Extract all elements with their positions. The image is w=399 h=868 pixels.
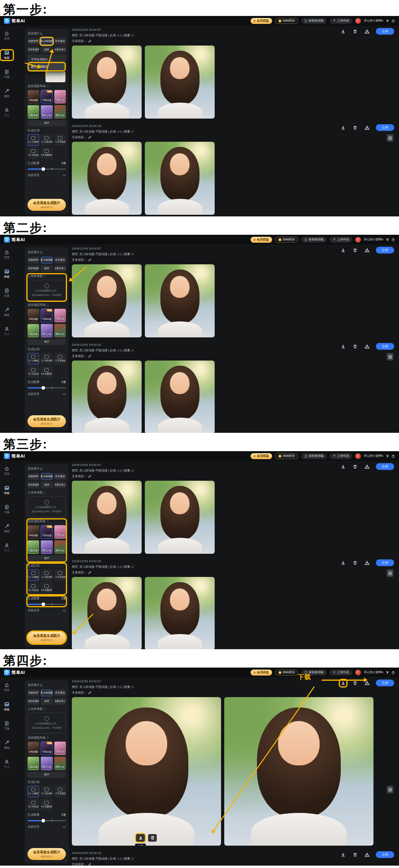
ratio-1-2[interactable]: 1:2 手机屏幕 <box>41 569 52 581</box>
ratio-16-9[interactable]: 16:9 电脑壁纸 <box>41 366 52 378</box>
report-button[interactable] <box>364 125 370 131</box>
feedback-button[interactable] <box>387 569 393 577</box>
generate-button[interactable]: 会员高速生成图片 (每张2积分) <box>28 199 66 211</box>
upload-work-button[interactable]: 上传作品 <box>330 237 352 243</box>
ratio-1-1[interactable]: 1:1 头像图 <box>28 569 39 581</box>
ratio-4-3[interactable]: 4:3 文章配图 <box>54 353 66 365</box>
generate-button[interactable]: 会员高速生成图片 (每张2积分) <box>28 632 66 644</box>
tab-ecommerce[interactable]: 电商 <box>41 482 52 488</box>
expand-button[interactable]: 展开 <box>28 339 66 345</box>
count-slider[interactable] <box>28 167 66 171</box>
sidebar-item-home[interactable]: 首页 <box>1 250 13 260</box>
download-button[interactable] <box>340 852 346 858</box>
tab-anime-to-real[interactable]: 动漫转真人 <box>54 482 66 488</box>
publish-button[interactable]: 公开 <box>376 124 394 131</box>
count-slider[interactable] <box>28 818 66 822</box>
avatar[interactable] <box>355 18 361 24</box>
style-card-cute-girl[interactable]: 可爱少女 <box>54 309 66 322</box>
upload-work-button[interactable]: 上传作品 <box>330 670 352 676</box>
download-button[interactable] <box>340 28 346 35</box>
member-benefits-button[interactable]: V 会员权益 <box>251 453 272 459</box>
slider-handle[interactable] <box>41 602 45 606</box>
style-card-chibi-avatar[interactable]: Q版头像 <box>28 324 39 337</box>
sidebar-item-profile[interactable]: 个人 <box>1 327 13 336</box>
ratio-1-2[interactable]: 1:2 手机屏幕 <box>41 786 52 797</box>
ratio-4-3[interactable]: 4:3 文章配图 <box>54 134 66 146</box>
tab-selfie-experience[interactable]: 自拍体验图 <box>28 698 39 705</box>
tab-anime-to-real[interactable]: 动漫转真人 <box>54 698 66 705</box>
sidebar-item-profile[interactable]: 个人 <box>1 543 13 553</box>
style-card-dreamy-girl[interactable]: 梦幻少女 <box>41 324 52 337</box>
delete-button[interactable] <box>352 343 358 350</box>
style-card-ai-face[interactable]: AI绘画脸 <box>28 741 39 755</box>
user-menu-chevron-icon[interactable]: V <box>386 238 389 242</box>
generated-image-4[interactable] <box>145 142 215 215</box>
style-card-cute-girl[interactable]: 可爱少女 <box>54 741 66 755</box>
sidebar-item-draw[interactable]: 绘图 <box>1 269 13 279</box>
publish-button[interactable]: 公开 <box>376 463 394 470</box>
sidebar-item-draw[interactable]: 绘图 <box>1 486 13 495</box>
advanced-settings-row[interactable]: 高级设置 <box>28 608 66 612</box>
try-mobile-button[interactable]: 体验移动端 <box>301 453 327 459</box>
sidebar-item-copywriting[interactable]: 文案 <box>1 288 13 298</box>
edit-pencil-icon[interactable] <box>88 258 91 262</box>
publish-button[interactable]: 公开 <box>376 343 394 350</box>
generated-image-3[interactable] <box>72 361 142 433</box>
edit-pencil-icon[interactable] <box>88 475 91 478</box>
dropdown-item-text-to-image[interactable]: 文字生成图片 <box>29 56 65 63</box>
feedback-button[interactable] <box>387 134 393 142</box>
sidebar-item-retouch[interactable]: 修图 <box>1 524 13 533</box>
style-card-ai-face[interactable]: AI绘画脸 <box>28 309 39 322</box>
generate-button[interactable]: 会员高速生成图片 (每张2积分) <box>28 415 66 427</box>
tab-smart-recommend[interactable]: 智能推荐 <box>28 473 39 480</box>
sidebar-item-draw[interactable]: 绘图 <box>1 702 13 711</box>
report-button[interactable] <box>364 560 370 566</box>
download-button[interactable] <box>340 247 346 254</box>
advanced-settings-row[interactable]: 高级设置 <box>28 825 66 829</box>
delete-button[interactable] <box>352 464 358 470</box>
style-card-guofeng-girl[interactable]: 国风少女 <box>54 540 66 554</box>
download-button[interactable] <box>340 125 346 131</box>
ratio-1-1[interactable]: 1:1 头像图 <box>28 134 39 146</box>
sidebar-item-draw[interactable]: 绘图 <box>1 50 13 60</box>
sidebar-item-retouch[interactable]: 修图 <box>1 89 13 98</box>
expand-button[interactable]: 展开 <box>28 555 66 561</box>
tab-selfie-experience[interactable]: 自拍体验图 <box>28 46 39 53</box>
member-benefits-button[interactable]: V 会员权益 <box>251 670 272 676</box>
sidebar-item-copywriting[interactable]: 文案 <box>1 721 13 731</box>
style-card-ai-face[interactable]: AI绘画脸 <box>28 90 39 103</box>
tab-ecommerce[interactable]: 电商 <box>41 265 52 272</box>
points-button[interactable]: 2686积分 <box>275 453 299 459</box>
generated-image-2[interactable] <box>224 697 373 846</box>
edit-pencil-icon[interactable] <box>88 691 91 694</box>
report-button[interactable] <box>364 852 370 858</box>
tab-real-to-anime[interactable]: 真人转动漫 <box>41 257 52 264</box>
generated-image-1[interactable]: 下载 <box>72 264 142 337</box>
tab-anime-to-real[interactable]: 动漫转真人 <box>54 46 66 53</box>
ratio-9-16[interactable]: 9:16 手机海报 <box>28 366 39 378</box>
generated-image-1[interactable]: 下载 <box>72 46 142 119</box>
count-slider[interactable] <box>28 386 66 390</box>
edit-pencil-icon[interactable] <box>88 40 91 43</box>
style-card-ai-face[interactable]: AI绘画脸 <box>28 525 39 539</box>
image-delete-button[interactable] <box>148 834 157 842</box>
ratio-1-1[interactable]: 1:1 头像图 <box>28 786 39 797</box>
points-button[interactable]: 2686积分 <box>275 237 299 243</box>
edit-pencil-icon[interactable] <box>88 571 91 574</box>
style-card-dreamy-girl[interactable]: 梦幻少女 <box>41 540 52 554</box>
ratio-16-9[interactable]: 16:9 电脑壁纸 <box>41 799 52 811</box>
tab-real-to-anime[interactable]: 真人转动漫 <box>41 690 52 696</box>
tab-smart-recommend[interactable]: 智能推荐 <box>28 38 39 45</box>
style-card-chibi-avatar[interactable]: Q版头像 <box>28 105 39 119</box>
sidebar-item-copywriting[interactable]: 文案 <box>1 505 13 514</box>
avatar[interactable] <box>355 453 361 459</box>
style-card-dreamy-girl[interactable]: 梦幻少女 <box>41 757 52 770</box>
edit-pencil-icon[interactable] <box>88 355 91 358</box>
style-card-flat-anime[interactable]: 专属平面动漫 <box>41 741 52 755</box>
generated-image-2[interactable] <box>145 264 215 337</box>
power-icon[interactable] <box>391 19 395 23</box>
publish-button[interactable]: 公开 <box>376 247 394 254</box>
generate-button[interactable]: 会员高速生成图片 (每张2积分) <box>28 848 66 860</box>
download-button[interactable] <box>340 343 346 350</box>
upload-work-button[interactable]: 上传作品 <box>330 453 352 459</box>
